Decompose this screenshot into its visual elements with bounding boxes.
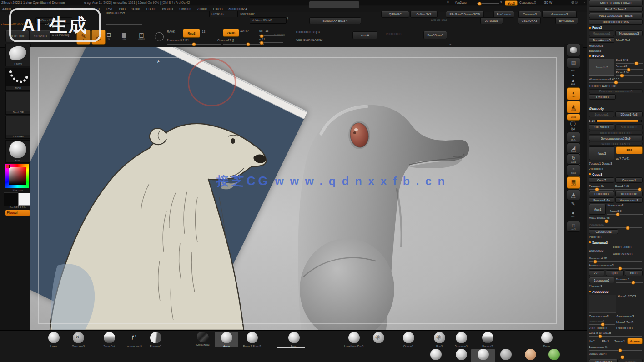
- panel-slider[interactable]: Muu1 5uuuu1 4B: [589, 216, 642, 222]
- panel-slider[interactable]: Puuuuuuuu3: [589, 223, 642, 228]
- panel-button[interactable]: 5Duuu1 4u3: [615, 111, 643, 117]
- shelf-ring-icon[interactable]: [155, 32, 164, 41]
- tray-tile-material[interactable]: BuuC: [5, 140, 31, 163]
- strip-input[interactable]: NoWveeXXuW: [250, 17, 287, 24]
- titlebar-tiny-icon[interactable]: ⌗: [447, 0, 449, 4]
- tray-row1-item-14[interactable]: Buuuu(3: [476, 332, 499, 347]
- shelf-icon-16[interactable]: ✎: [567, 201, 579, 206]
- panel-slider-handle[interactable]: [593, 260, 597, 264]
- color-picker[interactable]: [5, 164, 29, 188]
- tray-row2-item-4[interactable]: uuu3 uuu.uu3: [518, 349, 542, 362]
- panel-resolution-button[interactable]: B99: [616, 146, 643, 154]
- panel-slider-handle[interactable]: [620, 74, 624, 78]
- panel-button[interactable]: Cuuuuuu1: [615, 177, 643, 183]
- panel-slider[interactable]: uuuuuu uuu 4]: [589, 352, 642, 358]
- panel-active-button[interactable]: Auuuu: [627, 338, 643, 344]
- panel-button[interactable]: BuuuAuuuu3: [589, 37, 614, 43]
- tray-row2-item-1[interactable]: Euuuu3: [449, 349, 473, 362]
- strip-button[interactable]: ESsSAuC Duuuu.3CW: [446, 11, 484, 18]
- tray-row2-item-3[interactable]: Guuuuuuu(3: [494, 349, 518, 362]
- shelf-icon-5-active[interactable]: ◐uPu: [567, 87, 580, 100]
- shelf-icon-1[interactable]: ▤: [567, 57, 580, 68]
- tray-row2-item-5[interactable]: uuu-uuu3: [542, 349, 566, 362]
- strip-button[interactable]: Euu1 uuuu: [493, 11, 514, 18]
- strip-button[interactable]: JuTuuuu3: [480, 17, 503, 24]
- panel-button[interactable]: Cuuuuuuu3: [589, 229, 618, 234]
- panel-section-header[interactable]: Auuuuuu3: [589, 289, 642, 294]
- panel-slider-track[interactable]: [589, 221, 642, 221]
- shelf-icon-15[interactable]: ▲AuAu: [567, 190, 580, 200]
- shelf-icon-button[interactable]: ⊡4u: [104, 30, 114, 41]
- strip-button[interactable]: OvWvc3X3: [410, 11, 438, 18]
- panel-slider[interactable]: = 4uuuu3 O: [607, 210, 643, 215]
- tray-row2-item-2-selected[interactable]: Auuu: [471, 349, 495, 362]
- strip-scroll-bar[interactable]: [106, 24, 142, 25]
- strip-button[interactable]: BvvXuuu3u: [555, 17, 578, 24]
- shelf-button[interactable]: xxu /A: [352, 31, 377, 39]
- color-picker-sv-square[interactable]: [9, 167, 26, 185]
- panel-button[interactable]: Fuuuuuu3: [589, 191, 614, 196]
- panel-button[interactable]: Cvuu7: [589, 177, 614, 183]
- shelf-button[interactable]: BuuSSuuu3: [423, 31, 447, 39]
- panel-slider-track[interactable]: [616, 75, 643, 76]
- shelf-icon-3[interactable]: •: [567, 74, 579, 77]
- shelf-icon-0[interactable]: [567, 44, 580, 56]
- tray-tile-brush[interactable]: L901X: [5, 44, 31, 66]
- tray-active-button[interactable]: Fluuuul: [5, 210, 30, 216]
- panel-slider-handle[interactable]: [595, 187, 599, 191]
- panel-slider-handle[interactable]: [604, 219, 609, 223]
- tray-row1-item-2[interactable]: 5auv Cnt: [97, 332, 121, 347]
- panel-slider[interactable]: 1uuuuuuuuu %: [589, 345, 642, 351]
- panel-slider-track[interactable]: [589, 82, 642, 83]
- panel-mini-slider[interactable]: Zuu1 7/42: [616, 59, 643, 64]
- panel-button[interactable]: Quu: [606, 270, 624, 276]
- panel-section-header[interactable]: Cuuu3: [589, 172, 642, 176]
- tray-tile-stroke[interactable]: DOU: [5, 68, 31, 90]
- shelf-icon-button[interactable]: ◳3u 3u3: [136, 30, 146, 41]
- panel-button[interactable]: Duuu/uuuu3: [589, 359, 618, 362]
- shelf-icon-8[interactable]: ◯: [567, 121, 579, 125]
- panel-slider-handle[interactable]: [627, 68, 631, 72]
- panel-slider-track[interactable]: [589, 324, 615, 325]
- panel-alpha-thumbnail[interactable]: [589, 295, 616, 313]
- tray-row1-item-9[interactable]: LuuaNuuuZuu3: [342, 332, 366, 347]
- tray-row1-item-0[interactable]: Lnen: [42, 332, 65, 347]
- panel-slider[interactable]: Muuuuuu 4 KB: [589, 256, 642, 262]
- shelf-icon-10[interactable]: +Mu3u: [567, 132, 580, 143]
- material-thumbnail[interactable]: [6, 141, 30, 159]
- tray-row1-item-4[interactable]: Puuuuu3: [144, 332, 167, 347]
- alpha-thumbnail[interactable]: [6, 92, 30, 111]
- shelf-active-button[interactable]: Ruu3: [183, 29, 200, 38]
- strip-button[interactable]: QIBIA FC: [381, 11, 409, 18]
- tray-row1-item-1[interactable]: Quuzzsu3: [66, 332, 90, 347]
- shelf-icon-6-active[interactable]: ◭7Ru3: [567, 101, 580, 113]
- strip-button[interactable]: 4uuuuuuuu3: [542, 11, 577, 18]
- shelf-icon-17[interactable]: ●uu1: [567, 209, 579, 219]
- panel-slider-track[interactable]: [616, 63, 643, 64]
- shelf-slider[interactable]: [223, 44, 264, 45]
- titlebar-slider[interactable]: [477, 3, 499, 4]
- titlebar-tiny-icon[interactable]: ▾: [500, 0, 502, 4]
- tray-row1-item-3[interactable]: ƒ⁾cuuvuu,uuu3: [122, 332, 146, 347]
- panel-section-header-italic[interactable]: Guuuuty: [589, 106, 642, 111]
- strip-button[interactable]: CELXUPX3: [518, 17, 541, 24]
- tray-row1-item-13[interactable]: 5uuuuuu3: [449, 332, 473, 347]
- panel-button[interactable]: 1uuuuuuuu1: [615, 191, 643, 196]
- panel-slider-track[interactable]: [589, 268, 642, 269]
- panel-button[interactable]: Z73: [589, 270, 604, 276]
- panel-slider-track[interactable]: [589, 336, 642, 337]
- panel-button[interactable]: Vuuuuuuu.u3: [615, 197, 643, 203]
- panel-preview-thumbnail[interactable]: 7uuuu3u7: [589, 59, 614, 76]
- panel-slider[interactable]: Cuu1 8 uu-uuu1 B: [589, 331, 642, 337]
- panel-slider-track[interactable]: [616, 282, 643, 283]
- panel-button[interactable]: Vuu1 1uuuuuuu3 7EuuB: [589, 13, 643, 18]
- titlebar-slider-handle[interactable]: [478, 2, 482, 6]
- panel-button[interactable]: Euu1 7u 3uuuA: [589, 6, 643, 12]
- tray-row1-item-11[interactable]: Ouuuu1: [397, 332, 420, 347]
- panel-button[interactable]: Muu1 3 Buuuv Ouu-4u: [589, 0, 643, 5]
- panel-slider[interactable]: Wuuuuuuuuuuuu3 # * * *: [589, 77, 642, 83]
- panel-button[interactable]: 4uuu3: [589, 146, 614, 160]
- shelf-icon-18[interactable]: □uu 3: [567, 221, 580, 232]
- panel-slider-handle[interactable]: [620, 355, 624, 359]
- shelf-icon-13[interactable]: ≈5uu3: [567, 165, 580, 176]
